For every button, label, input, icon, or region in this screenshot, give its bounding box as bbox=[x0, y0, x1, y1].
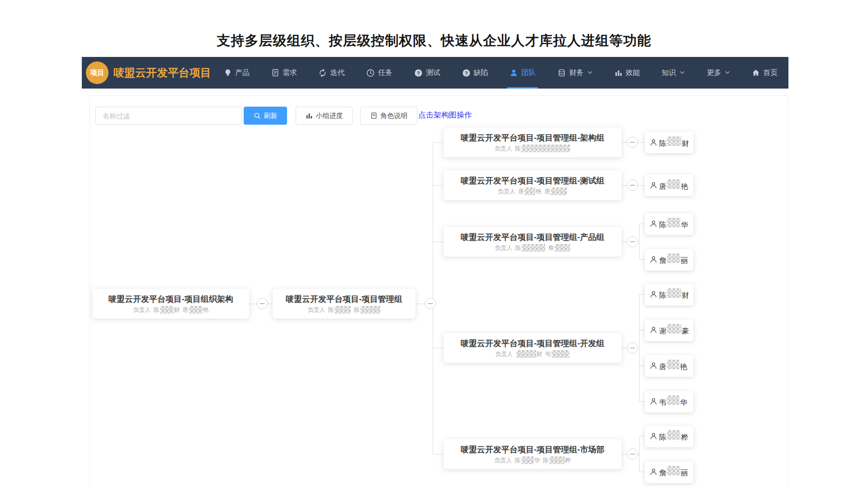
censored-text bbox=[667, 324, 681, 333]
censored-text bbox=[524, 188, 535, 195]
member-name: 詹丽 bbox=[659, 253, 688, 266]
org-node-leaders: 负责人陈财唐艳 bbox=[133, 306, 209, 314]
org-node-leaders: 负责人陈华陈桦 bbox=[495, 456, 571, 465]
leader-name: 财 bbox=[516, 350, 542, 358]
member-card[interactable]: 詹丽 bbox=[645, 249, 693, 271]
person-outline-icon bbox=[650, 468, 659, 476]
org-node-leaders: 负责人陈 bbox=[495, 145, 571, 153]
person-outline-icon bbox=[650, 362, 659, 370]
leader-name: 陈 bbox=[515, 244, 546, 252]
leader-label: 负责人 bbox=[495, 145, 512, 153]
org-node-group[interactable]: 唛盟云开发平台项目-项目管理组-开发组负责人财韦 bbox=[443, 333, 622, 363]
leader-label: 负责人 bbox=[498, 188, 515, 196]
org-node-leaders: 负责人陈詹 bbox=[495, 244, 571, 252]
org-node-leaders: 负责人唐艳唐 bbox=[498, 188, 567, 196]
org-node-title: 唛盟云开发平台项目-项目管理组-测试组 bbox=[461, 175, 604, 186]
collapse-toggle[interactable] bbox=[425, 298, 436, 309]
collapse-toggle[interactable] bbox=[627, 449, 638, 460]
person-outline-icon bbox=[650, 398, 659, 405]
censored-text bbox=[516, 350, 536, 358]
censored-text bbox=[360, 306, 380, 314]
org-connectors bbox=[0, 0, 868, 488]
censored-text bbox=[335, 306, 351, 314]
censored-text bbox=[667, 136, 681, 146]
org-node-group[interactable]: 唛盟云开发平台项目-项目管理组-架构组负责人陈 bbox=[443, 127, 622, 157]
leader-name: 唐艳 bbox=[183, 306, 209, 314]
org-node-group[interactable]: 唛盟云开发平台项目-项目管理组-市场部负责人陈华陈桦 bbox=[443, 439, 622, 469]
censored-text bbox=[667, 288, 681, 298]
org-chart: 唛盟云开发平台项目-项目组织架构负责人陈财唐艳唛盟云开发平台项目-项目管理组负责… bbox=[0, 0, 868, 488]
censored-text bbox=[160, 306, 174, 314]
org-node-manager[interactable]: 唛盟云开发平台项目-项目管理组负责人陈陈 bbox=[273, 289, 415, 319]
member-name: 陈财 bbox=[659, 288, 689, 300]
censored-text bbox=[551, 188, 567, 195]
censored-text bbox=[667, 360, 679, 369]
leader-name: 唐艳 bbox=[518, 188, 542, 196]
member-card[interactable]: 谢豪 bbox=[645, 319, 693, 341]
org-node-title: 唛盟云开发平台项目-项目管理组-架构组 bbox=[461, 132, 604, 143]
member-name: 唐艳 bbox=[659, 360, 687, 372]
censored-text bbox=[189, 306, 203, 314]
person-outline-icon bbox=[650, 220, 659, 228]
member-name: 詹丽 bbox=[659, 466, 688, 478]
collapse-toggle[interactable] bbox=[257, 298, 268, 309]
org-node-leaders: 负责人陈陈 bbox=[308, 306, 381, 314]
org-node-leaders: 负责人财韦 bbox=[495, 350, 570, 358]
member-card[interactable]: 詹丽 bbox=[645, 461, 693, 483]
leader-name: 陈桦 bbox=[543, 456, 571, 465]
org-node-group[interactable]: 唛盟云开发平台项目-项目管理组-测试组负责人唐艳唐 bbox=[443, 170, 622, 200]
org-node-title: 唛盟云开发平台项目-项目组织架构 bbox=[108, 294, 233, 305]
leader-label: 负责人 bbox=[133, 306, 151, 314]
censored-text bbox=[549, 456, 565, 464]
leader-label: 负责人 bbox=[495, 456, 512, 465]
censored-text bbox=[667, 218, 680, 227]
censored-text bbox=[552, 350, 570, 358]
leader-name: 詹 bbox=[548, 244, 571, 252]
leader-name: 陈 bbox=[354, 306, 381, 314]
org-node-group[interactable]: 唛盟云开发平台项目-项目管理组-产品组负责人陈詹 bbox=[443, 227, 622, 257]
member-card[interactable]: 韦华 bbox=[645, 391, 693, 413]
leader-name: 唐 bbox=[544, 188, 567, 196]
member-card[interactable]: 唐艳 bbox=[645, 355, 693, 377]
leader-label: 负责人 bbox=[308, 306, 326, 314]
collapse-toggle[interactable] bbox=[627, 343, 638, 353]
censored-text bbox=[667, 466, 680, 475]
org-node-root[interactable]: 唛盟云开发平台项目-项目组织架构负责人陈财唐艳 bbox=[93, 289, 249, 319]
leader-label: 负责人 bbox=[495, 350, 513, 358]
member-card[interactable]: 唐艳 bbox=[645, 174, 693, 196]
leader-name: 陈 bbox=[328, 306, 351, 314]
person-outline-icon bbox=[650, 326, 659, 334]
person-outline-icon bbox=[650, 256, 659, 263]
collapse-toggle[interactable] bbox=[627, 180, 638, 191]
member-card[interactable]: 陈桦 bbox=[645, 426, 693, 447]
member-card[interactable]: 陈财 bbox=[645, 284, 693, 305]
person-outline-icon bbox=[650, 291, 659, 298]
member-card[interactable]: 陈华 bbox=[645, 213, 693, 235]
censored-text bbox=[667, 179, 680, 189]
censored-text bbox=[522, 244, 545, 252]
person-outline-icon bbox=[650, 182, 659, 189]
org-node-title: 唛盟云开发平台项目-项目管理组-产品组 bbox=[461, 232, 604, 243]
org-node-title: 唛盟云开发平台项目-项目管理组-市场部 bbox=[461, 444, 604, 455]
member-name: 陈华 bbox=[659, 218, 688, 230]
censored-text bbox=[555, 244, 570, 252]
censored-text bbox=[521, 456, 534, 464]
leader-name: 陈 bbox=[515, 145, 571, 153]
org-node-title: 唛盟云开发平台项目-项目管理组 bbox=[286, 294, 402, 305]
censored-text bbox=[667, 395, 679, 405]
member-name: 谢豪 bbox=[659, 324, 689, 336]
member-name: 唐艳 bbox=[659, 179, 688, 192]
leader-label: 负责人 bbox=[495, 244, 513, 252]
person-outline-icon bbox=[650, 432, 659, 440]
person-outline-icon bbox=[650, 139, 659, 146]
leader-name: 韦 bbox=[545, 350, 570, 358]
censored-text bbox=[667, 430, 680, 440]
collapse-toggle[interactable] bbox=[627, 137, 638, 148]
member-card[interactable]: 陈财 bbox=[645, 131, 693, 153]
censored-text bbox=[521, 145, 570, 152]
censored-text bbox=[667, 253, 680, 263]
member-name: 陈桦 bbox=[659, 430, 688, 442]
collapse-toggle[interactable] bbox=[627, 236, 638, 247]
leader-name: 陈华 bbox=[515, 456, 540, 465]
member-name: 韦华 bbox=[659, 395, 687, 408]
